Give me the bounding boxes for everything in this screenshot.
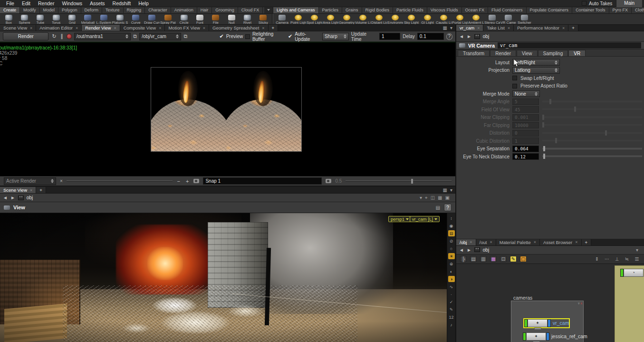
slider-handle[interactable]	[605, 130, 607, 136]
close-tab-icon[interactable]	[159, 26, 161, 30]
parameter-slider[interactable]	[542, 107, 642, 112]
menu-item[interactable]: File	[3, 0, 18, 6]
tree-view-icon[interactable]: ╠	[460, 256, 467, 262]
frame-count-icon[interactable]: 12	[448, 314, 455, 320]
shelf-tool[interactable]: Portal Light	[452, 14, 468, 24]
shelf-tool[interactable]: Font	[192, 14, 207, 24]
path-bar-icon[interactable]: ▦	[438, 195, 442, 200]
close-tab-icon[interactable]	[534, 240, 536, 244]
shelf-tool[interactable]: VR Camera	[500, 14, 516, 24]
view-options-icon[interactable]: ▤	[436, 205, 440, 210]
slider-handle[interactable]	[411, 179, 413, 184]
help-icon[interactable]: ?	[446, 33, 452, 40]
shelf-tool[interactable]: Curve	[128, 14, 144, 24]
parameter-field[interactable]: 0	[512, 130, 539, 137]
shelf-tab[interactable]: Rigid Bodies	[362, 7, 394, 13]
pane-tab[interactable]: /obj	[456, 239, 476, 245]
new-tab-button[interactable]: +	[36, 187, 46, 193]
pane-tab[interactable]: Composite View	[120, 25, 165, 31]
shelf-tab[interactable]: Model	[40, 7, 59, 13]
parameter-tab[interactable]: Transform	[458, 50, 490, 56]
slider-handle[interactable]	[555, 138, 557, 143]
snapshot-slider[interactable]	[67, 180, 173, 182]
pane-menu-icon[interactable]: ▾	[450, 25, 452, 30]
box-controls[interactable]: ▿ x	[578, 302, 582, 305]
parameter-tab[interactable]: Sampling	[538, 50, 568, 56]
parameter-field[interactable]: 5	[512, 98, 539, 105]
parameter-select[interactable]: Left/Right	[512, 59, 560, 66]
shelf-tab[interactable]: Rigging	[124, 7, 145, 13]
relighting-toggle[interactable]: Relighting Buffer	[245, 31, 286, 42]
spinner-icon[interactable]	[341, 33, 346, 40]
shelf-tool[interactable]: Caustic Light	[436, 14, 452, 24]
blend-slider[interactable]	[346, 180, 452, 182]
shelf-tool[interactable]: Circle	[176, 14, 192, 24]
pane-tab[interactable]: /out	[476, 239, 496, 245]
shelf-tool[interactable]: Environme...	[387, 14, 403, 24]
node-display-flag[interactable]	[620, 269, 624, 277]
render-button[interactable]: Render	[3, 32, 48, 40]
delete-snapshot-icon[interactable]: ×	[60, 178, 63, 184]
network-box-title[interactable]: cameras	[513, 295, 532, 301]
align-icon[interactable]: ≒	[624, 256, 630, 262]
parameter-checkbox[interactable]: Preserve Aspect Ratio	[512, 83, 567, 88]
shelf-tab[interactable]: Lights and Cameras	[273, 7, 319, 13]
parameter-checkbox[interactable]: Swap Left/Right	[512, 76, 554, 81]
pane-tab[interactable]: Asset Browser	[540, 239, 582, 245]
vspace-icon[interactable]: ⇕	[594, 256, 600, 262]
eye-icon[interactable]: ◉	[448, 223, 455, 229]
node-vr-cam[interactable]: ✦ vr_cam	[524, 319, 569, 327]
parameter-slider[interactable]	[542, 138, 642, 144]
shelf-tab[interactable]: Particle Fluids	[393, 7, 427, 13]
node-display-flag[interactable]	[523, 332, 526, 341]
spinner-icon[interactable]	[555, 67, 557, 74]
shelf-tool[interactable]: Camera	[274, 14, 290, 24]
close-tab-icon[interactable]	[262, 26, 264, 30]
shelf-tab[interactable]: Particles	[319, 7, 343, 13]
path-bar-icon[interactable]: ▾	[420, 195, 422, 200]
shelf-tool[interactable]: Stereo Cam...	[484, 14, 500, 24]
parameter-field[interactable]: 45	[512, 106, 539, 113]
slider-handle[interactable]	[543, 154, 545, 159]
back-icon[interactable]: ◄	[3, 195, 8, 200]
shelf-tool[interactable]: Volume Light	[355, 14, 371, 24]
node-body[interactable]: ✦	[528, 319, 548, 327]
headlight-icon[interactable]: ⊕	[448, 261, 455, 267]
node-render-flag[interactable]	[546, 332, 549, 341]
node-display-flag[interactable]	[524, 319, 528, 327]
multi-select-icon[interactable]: ○	[448, 245, 455, 252]
network-editor-canvas[interactable]: ◔ cameras ▿ x ✦ vr_cam ✦ jessica_ref_cam	[456, 264, 644, 342]
filter-selector[interactable]: Sharp	[322, 33, 349, 40]
color-palette-icon[interactable]: ▩	[490, 256, 497, 262]
forward-icon[interactable]: ►	[467, 247, 471, 253]
snapshot-icon[interactable]: ⊡	[500, 256, 507, 262]
close-tab-icon[interactable]	[477, 26, 480, 30]
parameter-slider[interactable]	[542, 115, 642, 120]
close-tab-icon[interactable]	[575, 240, 577, 244]
shelf-tab[interactable]: Cloth	[632, 7, 644, 13]
shelf-tab[interactable]: Pyro FX	[609, 7, 632, 13]
menu-item[interactable]: Windows	[58, 0, 86, 6]
shelf-tool[interactable]: Sky Light	[404, 14, 419, 24]
shelf-tool[interactable]: Draw Curve	[144, 14, 160, 24]
shelf-tab[interactable]: Texture	[102, 7, 124, 13]
path-dropdown-icon[interactable]: ▾	[636, 247, 641, 253]
close-tab-icon[interactable]	[470, 240, 472, 244]
shelf-tab[interactable]: Modify	[20, 7, 40, 13]
re-render-icon[interactable]: ↻	[51, 33, 57, 39]
close-tab-icon[interactable]	[562, 26, 565, 30]
back-icon[interactable]: ◄	[459, 247, 464, 253]
shelf-tab[interactable]: Polygon	[58, 7, 81, 13]
stop-render-icon[interactable]	[67, 34, 72, 39]
parms-view-icon[interactable]: ▥	[480, 256, 487, 262]
shelf-tool[interactable]: Metaball	[80, 14, 96, 24]
shelf-tool[interactable]: Sphere	[17, 14, 32, 24]
rop-jump-icon[interactable]: ⧉	[133, 33, 137, 39]
shelf-tab[interactable]: Grooming	[212, 7, 238, 13]
pane-menu-icon[interactable]: ▾	[450, 187, 452, 193]
pane-tab[interactable]: Motion FX View	[165, 25, 209, 31]
shelf-tool[interactable]: Tube	[33, 14, 48, 24]
shelf-tool[interactable]: GI Light	[420, 14, 435, 24]
spinner-icon[interactable]	[555, 59, 557, 66]
snapshot-name-field[interactable]: Snap 1	[203, 177, 322, 185]
